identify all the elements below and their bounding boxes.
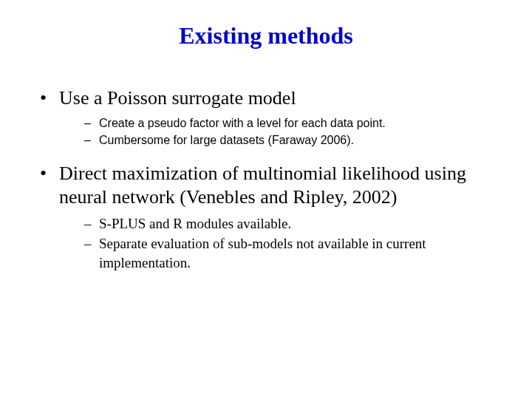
slide: Existing methods Use a Poisson surrogate… <box>0 0 532 399</box>
slide-title: Existing methods <box>37 22 495 50</box>
bullet-item: Direct maximization of multinomial likel… <box>37 162 495 273</box>
sub-item: Cumbersome for large datasets (Faraway 2… <box>59 132 495 149</box>
bullet-item: Use a Poisson surrogate model Create a p… <box>37 86 495 149</box>
bullet-text: Use a Poisson surrogate model <box>59 87 296 109</box>
sub-item: Create a pseudo factor with a level for … <box>59 115 495 132</box>
sub-list: S-PLUS and R modules available. Separate… <box>59 214 495 273</box>
sub-list: Create a pseudo factor with a level for … <box>59 115 495 149</box>
bullet-text: Direct maximization of multinomial likel… <box>59 163 466 208</box>
sub-item: Separate evaluation of sub-models not av… <box>59 234 495 272</box>
bullet-list: Use a Poisson surrogate model Create a p… <box>37 86 495 273</box>
sub-item: S-PLUS and R modules available. <box>59 214 495 233</box>
